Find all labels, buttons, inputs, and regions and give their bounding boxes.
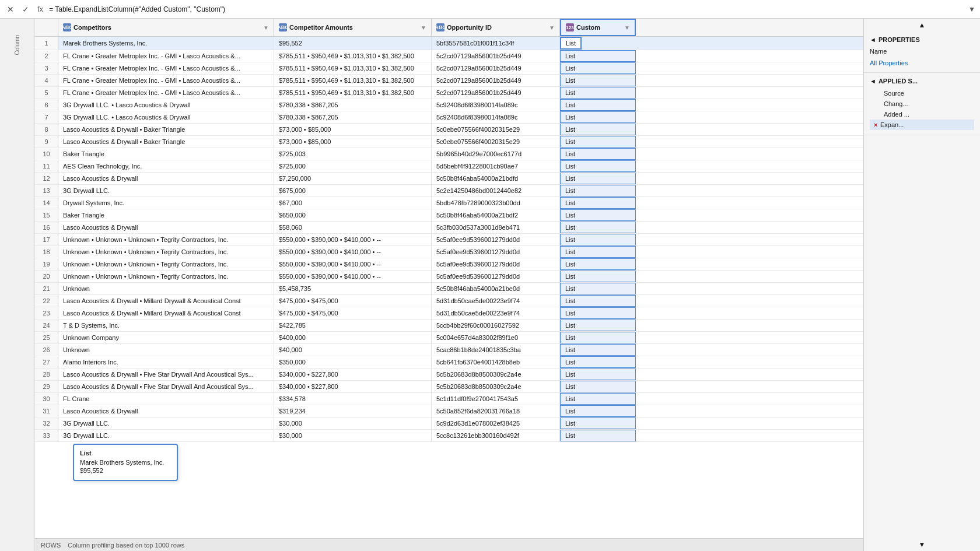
table-row[interactable]: 11AES Clean Technology, Inc.$725,0005d5b… — [35, 160, 863, 173]
row-number: 8 — [35, 124, 58, 135]
cell-opportunity: 5c5af0ee9d5396001279dd0d — [432, 234, 560, 245]
table-row[interactable]: 10Baker Triangle$725,0035b9965b40d29e700… — [35, 148, 863, 160]
cell-custom: List — [560, 99, 636, 111]
table-row[interactable]: 27Alamo Interiors Inc.$350,0005cb641fb63… — [35, 356, 863, 368]
table-row[interactable]: 73G Drywall LLC. • Lasco Acoustics & Dry… — [35, 111, 863, 124]
cell-custom: List — [560, 209, 636, 221]
col-header-amounts[interactable]: ABC Competitor Amounts ▼ — [274, 19, 432, 36]
table-row[interactable]: 19Unknown • Unknown • Unknown • Tegrity … — [35, 258, 863, 271]
table-row[interactable]: 4FL Crane • Greater Metroplex Inc. - GMI… — [35, 75, 863, 87]
table-row[interactable]: 333G Drywall LLC.$30,0005cc8c13261ebb300… — [35, 430, 863, 442]
table-row[interactable]: 28Lasco Acoustics & Drywall • Five Star … — [35, 368, 863, 381]
table-row[interactable]: 17Unknown • Unknown • Unknown • Tegrity … — [35, 234, 863, 246]
cell-competitors: Unknown — [58, 283, 274, 294]
scroll-down-button[interactable]: ▼ — [864, 538, 980, 551]
table-row[interactable]: 24T & D Systems, Inc.$422,7855ccb4bb29f6… — [35, 320, 863, 332]
row-number: 15 — [35, 209, 58, 221]
table-row[interactable]: 323G Drywall LLC.$30,0005c9d2d63d1e07800… — [35, 417, 863, 430]
table-row[interactable]: 8Lasco Acoustics & Drywall • Baker Trian… — [35, 124, 863, 136]
cell-opportunity: 5c5af0ee9d5396001279dd0d — [432, 246, 560, 258]
cell-custom: List — [560, 271, 636, 282]
table-row[interactable]: 2FL Crane • Greater Metroplex Inc. - GMI… — [35, 50, 863, 62]
rows-label: ROWS — [41, 542, 61, 549]
row-number: 30 — [35, 393, 58, 405]
col-label-custom: Custom — [576, 24, 600, 31]
cell-opportunity: 5c50a852f6da820031766a18 — [432, 405, 560, 417]
formula-text[interactable]: = Table.ExpandListColumn(#"Added Custom"… — [49, 5, 965, 13]
cancel-button[interactable]: ✕ — [5, 3, 16, 15]
table-row[interactable]: 9Lasco Acoustics & Drywall • Baker Trian… — [35, 136, 863, 148]
row-number: 13 — [35, 185, 58, 196]
row-number: 11 — [35, 160, 58, 172]
cell-amounts: $30,000 — [274, 430, 432, 441]
table-row[interactable]: 20Unknown • Unknown • Unknown • Tegrity … — [35, 271, 863, 283]
cell-opportunity: 5c9d2d63d1e078002ef38425 — [432, 417, 560, 429]
table-row[interactable]: 31Lasco Acoustics & Drywall$319,2345c50a… — [35, 405, 863, 417]
cell-amounts: $550,000 • $390,000 • $410,000 • -- — [274, 246, 432, 258]
sidebar-label: Column — [14, 35, 20, 55]
col-header-opportunity[interactable]: ABC Opportunity ID ▼ — [432, 19, 560, 36]
row-number: 28 — [35, 368, 58, 380]
cell-opportunity: 5cac86b1b8de24001835c3ba — [432, 344, 560, 356]
table-row[interactable]: 21Unknown$5,458,7355c50b8f46aba54000a21b… — [35, 283, 863, 295]
row-number: 26 — [35, 344, 58, 356]
table-row[interactable]: 3FL Crane • Greater Metroplex Inc. - GMI… — [35, 62, 863, 75]
cell-opportunity: 5ccb4bb29f60c00016027592 — [432, 320, 560, 331]
cell-competitors: Unknown • Unknown • Unknown • Tegrity Co… — [58, 234, 274, 245]
cell-competitors: Baker Triangle — [58, 148, 274, 160]
cell-competitors: Lasco Acoustics & Drywall • Baker Triang… — [58, 124, 274, 135]
filter-icon-custom[interactable]: ▼ — [624, 24, 630, 31]
row-number: 23 — [35, 307, 58, 319]
table-row[interactable]: 133G Drywall LLC.$675,0005c2e14250486bd0… — [35, 185, 863, 197]
table-row[interactable]: 22Lasco Acoustics & Drywall • Millard Dr… — [35, 295, 863, 307]
cell-opportunity: 5c50b8f46aba54000a21bdf2 — [432, 209, 560, 221]
table-row[interactable]: 15Baker Triangle$650,0005c50b8f46aba5400… — [35, 209, 863, 222]
col-header-competitors[interactable]: ABC Competitors ▼ — [58, 19, 274, 36]
cell-custom: List — [560, 160, 636, 172]
applied-step[interactable]: ✕Expan... — [870, 120, 974, 130]
formula-dropdown-icon[interactable]: ▼ — [968, 5, 975, 13]
cell-custom: List — [560, 185, 636, 196]
cell-amounts: $780,338 • $867,205 — [274, 111, 432, 123]
table-row[interactable]: 5FL Crane • Greater Metroplex Inc. - GMI… — [35, 87, 863, 99]
table-row[interactable]: 63G Drywall LLC. • Lasco Acoustics & Dry… — [35, 99, 863, 111]
row-number: 33 — [35, 430, 58, 441]
row-number: 3 — [35, 62, 58, 74]
applied-step[interactable]: Chang... — [870, 99, 974, 109]
step-label: Added ... — [884, 111, 909, 118]
scroll-up-button[interactable]: ▲ — [864, 19, 980, 31]
table-row[interactable]: 29Lasco Acoustics & Drywall • Five Star … — [35, 381, 863, 393]
table-row[interactable]: 1Marek Brothers Systems, Inc.$95,5525bf3… — [35, 37, 863, 50]
table-row[interactable]: 30FL Crane$334,5785c1d11df0f9e2700417543… — [35, 393, 863, 405]
all-properties-link[interactable]: All Properties — [870, 58, 974, 68]
filter-icon-amounts[interactable]: ▼ — [421, 24, 426, 31]
table-row[interactable]: 18Unknown • Unknown • Unknown • Tegrity … — [35, 246, 863, 258]
confirm-button[interactable]: ✓ — [20, 3, 32, 15]
applied-step[interactable]: Source — [870, 88, 974, 99]
cell-competitors: 3G Drywall LLC. • Lasco Acoustics & Dryw… — [58, 111, 274, 123]
table-row[interactable]: 25Unknown Company$400,0005c004e657d4a830… — [35, 332, 863, 344]
applied-step[interactable]: Added ... — [870, 109, 974, 120]
col-header-custom[interactable]: 123 Custom ▼ — [560, 19, 636, 36]
filter-icon-competitors[interactable]: ▼ — [263, 24, 269, 31]
table-row[interactable]: 14Drywall Systems, Inc.$67,0005bdb478fb7… — [35, 197, 863, 209]
cell-competitors: 3G Drywall LLC. • Lasco Acoustics & Dryw… — [58, 99, 274, 111]
table-row[interactable]: 23Lasco Acoustics & Drywall • Millard Dr… — [35, 307, 863, 320]
step-remove-icon[interactable]: ✕ — [873, 122, 878, 128]
row-number: 31 — [35, 405, 58, 417]
cell-amounts: $650,000 — [274, 209, 432, 221]
cell-custom: List — [560, 258, 636, 270]
table-row[interactable]: 16Lasco Acoustics & Drywall$58,0605c3fb0… — [35, 222, 863, 234]
row-number: 20 — [35, 271, 58, 282]
row-number: 10 — [35, 148, 58, 160]
cell-amounts: $30,000 — [274, 417, 432, 429]
tooltip-title: List — [80, 450, 171, 457]
cell-opportunity: 5c2e14250486bd0012440e82 — [432, 185, 560, 196]
cell-competitors: Baker Triangle — [58, 209, 274, 221]
table-row[interactable]: 12Lasco Acoustics & Drywall$7,250,0005c5… — [35, 173, 863, 185]
row-number: 4 — [35, 75, 58, 86]
table-row[interactable]: 26Unknown$40,0005cac86b1b8de24001835c3ba… — [35, 344, 863, 356]
filter-icon-opportunity[interactable]: ▼ — [549, 24, 555, 31]
cell-competitors: Unknown • Unknown • Unknown • Tegrity Co… — [58, 271, 274, 282]
cell-opportunity: 5c2cd07129a856001b25d449 — [432, 62, 560, 74]
